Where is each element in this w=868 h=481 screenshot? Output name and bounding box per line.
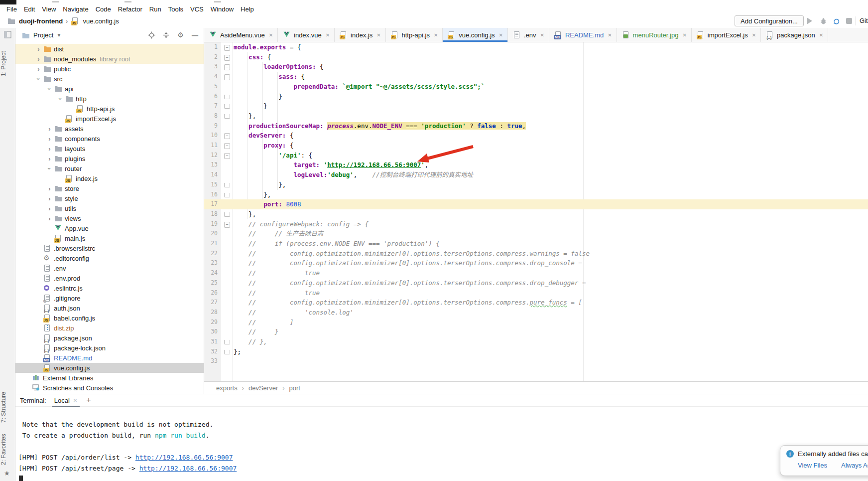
fold-marker[interactable] — [221, 62, 233, 72]
code-line-14[interactable]: 14 logLevel:'debug', //控制台终端打印代理前的真实地址 — [204, 170, 868, 180]
tree-item-node-modules[interactable]: ›node_moduleslibrary root — [15, 54, 204, 64]
chevron-closed-icon[interactable]: › — [34, 65, 43, 73]
tree-item-package-json[interactable]: {..}package.json — [15, 333, 204, 343]
chevron-closed-icon[interactable]: › — [45, 155, 54, 163]
menu-help[interactable]: Help — [237, 5, 257, 13]
code-editor[interactable]: 1module.exports = {2 css: {3 loaderOptio… — [204, 42, 868, 381]
close-icon[interactable]: ✕ — [376, 32, 380, 38]
tree-item-public[interactable]: ›public — [15, 64, 204, 74]
code-line-22[interactable]: 22 // config.optimization.minimizer[0].o… — [204, 249, 868, 259]
menu-file[interactable]: File — [3, 5, 20, 13]
close-icon[interactable]: ✕ — [608, 32, 612, 38]
tree-item-index-js[interactable]: JSindex.js — [15, 173, 204, 183]
tree-item-components[interactable]: ›components — [15, 134, 204, 144]
fold-marker[interactable] — [221, 347, 233, 357]
update-project-icon[interactable] — [833, 17, 841, 24]
tree-item-browserslistrc[interactable]: .browserslistrc — [15, 243, 204, 253]
code-line-30[interactable]: 30 // } — [204, 327, 868, 337]
close-icon[interactable]: ✕ — [269, 32, 273, 38]
tree-item-external-libraries[interactable]: External Libraries — [15, 373, 204, 383]
code-line-4[interactable]: 4 sass: { — [204, 72, 868, 82]
code-hyperlink[interactable]: http://192.168.66.56:9007 — [327, 161, 421, 168]
tree-item-style[interactable]: ›style — [15, 193, 204, 203]
chevron-closed-icon[interactable]: › — [45, 125, 54, 133]
code-line-31[interactable]: 31 // }, — [204, 337, 868, 347]
tree-item-package-lock-json[interactable]: {..}package-lock.json — [15, 343, 204, 353]
close-icon[interactable]: ✕ — [326, 32, 330, 38]
code-line-18[interactable]: 18 }, — [204, 209, 868, 219]
stripe-tab-favorites[interactable]: 2: Favorites — [0, 430, 15, 470]
chevron-closed-icon[interactable]: › — [34, 55, 43, 63]
tree-item-importexcel-js[interactable]: JSimportExcel.js — [15, 114, 204, 124]
tab-menurouter-jpg[interactable]: menuRouter.jpg✕ — [617, 28, 692, 42]
tab-env[interactable]: .env✕ — [508, 28, 549, 42]
tree-item-vue-config-js[interactable]: JSvue.config.js — [15, 363, 204, 373]
fold-marker[interactable] — [221, 101, 233, 111]
chevron-open-icon[interactable]: › — [45, 164, 54, 173]
code-line-1[interactable]: 1module.exports = { — [204, 42, 868, 52]
tab-readme-md[interactable]: MDREADME.md✕ — [549, 28, 617, 42]
chevron-closed-icon[interactable]: › — [45, 145, 54, 153]
code-line-23[interactable]: 23 // config.optimization.minimizer[0].o… — [204, 258, 868, 268]
fold-marker[interactable] — [221, 141, 233, 151]
tree-item-views[interactable]: ›views — [15, 213, 204, 223]
close-icon[interactable]: ✕ — [752, 32, 756, 38]
fold-marker[interactable] — [221, 52, 233, 62]
tree-item-utils[interactable]: ›utils — [15, 203, 204, 213]
tree-item-editorconfig[interactable]: ⚙.editorconfig — [15, 253, 204, 263]
code-line-5[interactable]: 5 prependData: `@import "~@/assets/scss/… — [204, 82, 868, 92]
fold-marker[interactable] — [221, 111, 233, 121]
tab-asidemenu-vue[interactable]: AsideMenu.vue✕ — [204, 28, 278, 42]
stripe-tab-project[interactable]: 1: Project — [0, 41, 15, 87]
locate-file-icon[interactable] — [148, 31, 155, 39]
notification-link-always-add[interactable]: Always Add — [841, 462, 868, 469]
code-line-33[interactable]: 33 — [204, 356, 868, 366]
terminal-tab-local[interactable]: Local ✕ — [54, 397, 77, 404]
code-line-24[interactable]: 24 // true — [204, 268, 868, 278]
tree-item-http-api-js[interactable]: JShttp-api.js — [15, 104, 204, 114]
editor-area[interactable]: AsideMenu.vue✕index.vue✕JSindex.js✕JShtt… — [204, 28, 868, 394]
code-line-10[interactable]: 10 devServer: { — [204, 131, 868, 141]
git-label[interactable]: Git: — [860, 17, 868, 24]
menu-view[interactable]: View — [38, 5, 59, 13]
code-line-16[interactable]: 16 }, — [204, 190, 868, 200]
code-line-19[interactable]: 19 // configureWebpack: config => { — [204, 219, 868, 229]
notification-link-view-files[interactable]: View Files — [798, 462, 827, 469]
menu-navigate[interactable]: Navigate — [59, 5, 92, 13]
breadcrumb-project[interactable]: duoji-frontend — [19, 17, 63, 25]
code-line-2[interactable]: 2 css: { — [204, 52, 868, 62]
tree-item-api[interactable]: ›api — [15, 84, 204, 94]
editor-breadcrumb-devserver[interactable]: devServer — [248, 384, 278, 392]
tree-item-plugins[interactable]: ›plugins — [15, 154, 204, 163]
hide-panel-icon[interactable]: — — [191, 31, 199, 39]
menu-edit[interactable]: Edit — [20, 5, 38, 13]
tree-item-dist-zip[interactable]: dist.zip — [15, 323, 204, 333]
project-panel-title[interactable]: Project — [33, 31, 53, 39]
tree-item-auth-json[interactable]: {..}auth.json — [15, 303, 204, 313]
tree-item-eslintrc-js[interactable]: .eslintrc.js — [15, 283, 204, 293]
tab-vue-config-js[interactable]: JSvue.config.js✕ — [443, 28, 508, 42]
chevron-down-icon[interactable]: ▼ — [56, 32, 61, 38]
fold-marker[interactable] — [221, 190, 233, 200]
fold-marker[interactable] — [221, 92, 233, 102]
tree-item-assets[interactable]: ›assets — [15, 124, 204, 134]
editor-breadcrumb-port[interactable]: port — [289, 384, 300, 392]
code-line-15[interactable]: 15 }, — [204, 180, 868, 190]
code-line-27[interactable]: 27 // config.optimization.minimizer[0].o… — [204, 298, 868, 308]
code-line-26[interactable]: 26 // true — [204, 288, 868, 298]
chevron-open-icon[interactable]: › — [56, 95, 65, 103]
tree-item-env[interactable]: .env — [15, 263, 204, 273]
run-icon[interactable] — [807, 17, 815, 24]
code-line-21[interactable]: 21 // if (process.env.NODE_ENV === 'prod… — [204, 239, 868, 249]
fold-marker[interactable] — [221, 151, 233, 160]
tab-index-vue[interactable]: index.vue✕ — [278, 28, 335, 42]
tree-item-store[interactable]: ›store — [15, 183, 204, 193]
menu-code[interactable]: Code — [92, 5, 115, 13]
chevron-open-icon[interactable]: › — [45, 85, 54, 93]
fold-marker[interactable] — [221, 180, 233, 190]
close-icon[interactable]: ✕ — [540, 32, 544, 38]
terminal-hyperlink[interactable]: http://192.168.66.56:9007 — [135, 454, 233, 461]
close-icon[interactable]: ✕ — [682, 32, 686, 38]
tree-item-readme-md[interactable]: MDREADME.md — [15, 353, 204, 363]
menu-run[interactable]: Run — [146, 5, 165, 13]
